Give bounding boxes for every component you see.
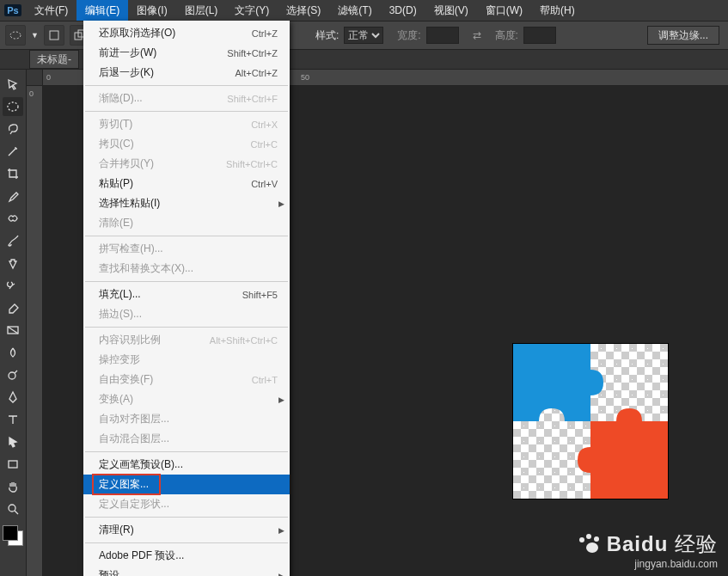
menu-item-label: 合并拷贝(Y) bbox=[99, 156, 154, 171]
menu-item: 定义自定形状... bbox=[83, 494, 290, 514]
menu-item[interactable]: 粘贴(P)Ctrl+V bbox=[83, 174, 290, 193]
menu-separator bbox=[85, 85, 288, 86]
menu-item-shortcut: Alt+Ctrl+Z bbox=[235, 68, 278, 78]
menu-item-label: 选择性粘贴(I) bbox=[99, 196, 160, 211]
menu-file[interactable]: 文件(F) bbox=[26, 0, 76, 21]
menu-item[interactable]: 选择性粘贴(I) bbox=[83, 193, 290, 213]
menu-item-label: 粘贴(P) bbox=[99, 176, 133, 191]
menu-image[interactable]: 图像(I) bbox=[128, 0, 175, 21]
tool-rect-marquee[interactable] bbox=[3, 97, 23, 116]
tool-clone[interactable] bbox=[3, 254, 23, 273]
menu-layer[interactable]: 图层(L) bbox=[176, 0, 227, 21]
menu-item-shortcut: Ctrl+C bbox=[251, 139, 278, 150]
tool-lasso[interactable] bbox=[3, 119, 23, 138]
new-selection-icon[interactable] bbox=[44, 25, 64, 46]
ruler-origin[interactable] bbox=[27, 70, 43, 86]
tool-path-select[interactable] bbox=[3, 432, 23, 451]
menu-item-label: 自由变换(F) bbox=[99, 372, 153, 387]
menu-item[interactable]: 填充(L)...Shift+F5 bbox=[83, 285, 290, 304]
menu-separator bbox=[85, 111, 288, 112]
menu-item[interactable]: 定义画笔预设(B)... bbox=[83, 455, 290, 475]
menu-item[interactable]: 还原取消选择(O)Ctrl+Z bbox=[83, 23, 290, 43]
height-field[interactable] bbox=[523, 27, 556, 44]
menu-type[interactable]: 文字(Y) bbox=[226, 0, 278, 21]
marquee-preset-icon[interactable] bbox=[5, 25, 26, 46]
menu-item: 剪切(T)Ctrl+X bbox=[83, 114, 290, 134]
menu-item-label: Adobe PDF 预设... bbox=[99, 548, 184, 563]
tool-blur[interactable] bbox=[3, 343, 23, 362]
ruler-tick: 0 bbox=[46, 73, 51, 82]
tool-palette bbox=[0, 70, 27, 576]
menu-item[interactable]: 前进一步(W)Shift+Ctrl+Z bbox=[83, 43, 290, 63]
edit-menu-dropdown: 还原取消选择(O)Ctrl+Z前进一步(W)Shift+Ctrl+Z后退一步(K… bbox=[83, 21, 290, 576]
menu-item-label: 定义自定形状... bbox=[99, 497, 169, 512]
watermark: Baidu 经验 jingyan.baidu.com bbox=[578, 530, 718, 570]
mode-select[interactable]: 正常 bbox=[344, 27, 383, 44]
puzzle-piece-orange bbox=[578, 408, 668, 499]
menu-select[interactable]: 选择(S) bbox=[278, 0, 329, 21]
menu-item-shortcut: Shift+F5 bbox=[242, 290, 278, 300]
tool-type[interactable] bbox=[3, 410, 23, 429]
menu-item-label: 前进一步(W) bbox=[99, 46, 156, 60]
menu-separator bbox=[85, 451, 288, 452]
menu-item-label: 定义画笔预设(B)... bbox=[99, 457, 183, 472]
dropdown-caret-icon[interactable]: ▼ bbox=[31, 31, 39, 40]
ruler-vertical[interactable]: 0 bbox=[27, 86, 43, 576]
tool-eraser[interactable] bbox=[3, 298, 23, 317]
menu-help[interactable]: 帮助(H) bbox=[531, 0, 584, 21]
menu-edit[interactable]: 编辑(E) bbox=[76, 0, 128, 21]
menu-item-label: 还原取消选择(O) bbox=[99, 26, 175, 40]
tool-move[interactable] bbox=[3, 75, 23, 94]
menu-view[interactable]: 视图(V) bbox=[425, 0, 477, 21]
menu-item: 描边(S)... bbox=[83, 304, 290, 324]
menu-item-label: 自动混合图层... bbox=[99, 432, 169, 446]
menu-filter[interactable]: 滤镜(T) bbox=[329, 0, 380, 21]
width-label: 宽度: bbox=[388, 28, 420, 43]
tool-zoom[interactable] bbox=[3, 499, 23, 518]
tool-brush[interactable] bbox=[3, 231, 23, 250]
color-swatches[interactable] bbox=[3, 525, 23, 546]
menu-item[interactable]: 后退一步(K)Alt+Ctrl+Z bbox=[83, 63, 290, 83]
height-label: 高度: bbox=[486, 28, 518, 43]
menu-item: 自动混合图层... bbox=[83, 429, 290, 449]
tool-history-brush[interactable] bbox=[3, 276, 23, 295]
tool-healing[interactable] bbox=[3, 209, 23, 228]
menu-item: 内容识别比例Alt+Shift+Ctrl+C bbox=[83, 330, 290, 350]
tool-rectangle[interactable] bbox=[3, 455, 23, 474]
width-field[interactable] bbox=[426, 27, 459, 44]
tool-dodge[interactable] bbox=[3, 365, 23, 384]
menu-item[interactable]: Adobe PDF 预设... bbox=[83, 546, 290, 566]
menu-item-label: 填充(L)... bbox=[99, 287, 141, 302]
menu-item: 渐隐(D)...Shift+Ctrl+F bbox=[83, 89, 290, 108]
tool-eyedropper[interactable] bbox=[3, 187, 23, 205]
menu-item-label: 定义图案... bbox=[99, 477, 149, 492]
ruler-tick: 0 bbox=[29, 89, 34, 98]
tool-hand[interactable] bbox=[3, 477, 23, 496]
menu-item[interactable]: 定义图案... bbox=[83, 475, 290, 494]
menu-separator bbox=[85, 236, 288, 236]
menu-item-label: 渐隐(D)... bbox=[99, 91, 143, 106]
menu-item[interactable]: 预设 bbox=[83, 566, 290, 576]
tool-crop[interactable] bbox=[3, 164, 23, 183]
menu-window[interactable]: 窗口(W) bbox=[477, 0, 531, 21]
swap-wh-icon[interactable]: ⇄ bbox=[464, 29, 481, 41]
menu-item-shortcut: Shift+Ctrl+Z bbox=[227, 48, 278, 58]
menu-item[interactable]: 清理(R) bbox=[83, 520, 290, 540]
refine-edge-button[interactable]: 调整边缘... bbox=[647, 26, 719, 45]
menu-item-shortcut: Ctrl+X bbox=[251, 119, 278, 130]
tool-pen[interactable] bbox=[3, 388, 23, 407]
menu-item: 操控变形 bbox=[83, 350, 290, 370]
tool-gradient[interactable] bbox=[3, 321, 23, 340]
menu-item-label: 清理(R) bbox=[99, 523, 134, 537]
tool-magic-wand[interactable] bbox=[3, 142, 23, 161]
menu-item: 自由变换(F)Ctrl+T bbox=[83, 370, 290, 389]
document-tab[interactable]: 未标题- bbox=[29, 50, 79, 69]
menubar: Ps 文件(F)编辑(E)图像(I)图层(L)文字(Y)选择(S)滤镜(T)3D… bbox=[0, 0, 728, 21]
menu-separator bbox=[85, 327, 288, 328]
menu-separator bbox=[85, 517, 288, 518]
menu-3d[interactable]: 3D(D) bbox=[381, 0, 425, 21]
svg-point-4 bbox=[8, 102, 18, 111]
paw-icon bbox=[578, 534, 602, 555]
svg-rect-1 bbox=[50, 31, 58, 40]
puzzle-svg bbox=[513, 344, 668, 499]
